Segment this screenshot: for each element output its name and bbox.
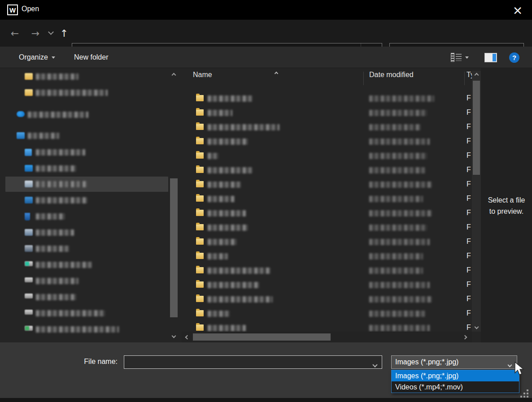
drive-gray-icon — [25, 294, 33, 298]
dialog-footer: File name: Images (*.png;*.jpg) Images (… — [0, 342, 532, 398]
table-row[interactable]: F — [182, 106, 472, 120]
type-cell: F — [467, 195, 471, 203]
table-row[interactable]: F — [182, 206, 472, 220]
folder-icon — [196, 124, 204, 130]
column-separator[interactable] — [464, 72, 465, 85]
sidebar-item[interactable] — [0, 305, 179, 321]
redacted-file-name — [208, 253, 228, 259]
redacted-date-modified — [369, 196, 423, 202]
column-header-name[interactable]: Name — [193, 71, 212, 79]
video-icon — [25, 245, 33, 252]
drive-green-icon — [25, 326, 33, 331]
file-type-combobox[interactable]: Images (*.png;*.jpg) — [391, 355, 517, 369]
new-folder-button[interactable]: New folder — [74, 47, 108, 68]
preview-pane-button[interactable] — [484, 47, 497, 68]
table-row[interactable]: F — [182, 177, 472, 192]
file-type-chevron-icon — [508, 360, 511, 368]
file-name-dropdown-chevron-icon[interactable] — [373, 360, 377, 368]
table-row[interactable]: F — [182, 220, 472, 235]
sidebar-item[interactable] — [0, 289, 179, 305]
folder-icon — [196, 281, 204, 288]
redacted-sidebar-label — [36, 310, 105, 316]
sidebar-scroll-up-icon[interactable] — [169, 71, 178, 79]
change-view-button[interactable] — [451, 47, 469, 68]
type-cell: F — [467, 324, 471, 332]
sidebar-item[interactable] — [0, 208, 179, 225]
table-row[interactable]: F — [182, 91, 472, 106]
list-scrollbar-thumb[interactable] — [473, 81, 480, 175]
folder-icon — [196, 310, 204, 316]
type-cell: F — [467, 309, 471, 317]
table-row[interactable]: F — [182, 264, 472, 278]
table-row[interactable]: F — [182, 307, 472, 321]
file-name-label: File name: — [49, 358, 118, 366]
list-hscrollbar-thumb[interactable] — [193, 333, 331, 341]
sidebar-scrollbar-thumb[interactable] — [170, 178, 178, 317]
drive-gray-icon — [25, 277, 33, 282]
table-row[interactable]: F — [182, 149, 472, 163]
sidebar-item[interactable] — [0, 176, 179, 192]
sidebar-item[interactable] — [0, 192, 179, 208]
sidebar-item[interactable] — [0, 160, 179, 177]
list-scroll-down-icon[interactable] — [472, 324, 481, 332]
table-row[interactable]: F — [182, 292, 472, 307]
table-row[interactable]: F — [182, 235, 472, 249]
navigation-bar: ← → ↑ This PC Documents ↻ Search Documen… — [0, 20, 532, 47]
table-row[interactable]: F — [182, 192, 472, 206]
sidebar-item[interactable] — [0, 321, 179, 337]
list-scroll-left-icon[interactable] — [183, 333, 192, 341]
close-icon[interactable]: × — [508, 1, 528, 19]
table-row[interactable]: F — [182, 249, 472, 264]
sidebar-item[interactable] — [0, 257, 179, 273]
sidebar-item[interactable] — [0, 85, 179, 101]
details-view-icon — [451, 53, 462, 62]
desktop-icon — [25, 165, 33, 172]
folder-icon — [25, 73, 33, 80]
file-rows: FFFFFFFFFFFFFFFFF — [182, 91, 472, 332]
list-scroll-right-icon[interactable] — [460, 333, 469, 341]
list-scroll-up-icon[interactable] — [472, 71, 481, 79]
redacted-file-name — [208, 110, 232, 116]
sort-ascending-icon — [275, 69, 278, 77]
sidebar-item[interactable] — [0, 241, 179, 257]
column-header-date-modified[interactable]: Date modified — [369, 71, 414, 79]
redacted-date-modified — [369, 225, 427, 231]
sidebar-item[interactable] — [0, 144, 179, 160]
table-row[interactable]: F — [182, 163, 472, 177]
sidebar-scroll-down-icon[interactable] — [169, 333, 178, 341]
resize-grip[interactable] — [520, 389, 529, 398]
help-button[interactable]: ? — [509, 47, 519, 68]
view-dropdown-caret-icon[interactable] — [465, 56, 469, 59]
redacted-sidebar-label — [36, 278, 78, 284]
recent-locations-chevron-icon[interactable] — [46, 20, 56, 47]
navigation-pane — [0, 68, 179, 342]
folder-icon — [196, 210, 204, 216]
redacted-sidebar-label — [28, 112, 88, 118]
back-button[interactable]: ← — [8, 20, 22, 47]
file-type-option[interactable]: Videos (*.mp4;*.mov) — [392, 381, 519, 393]
table-row[interactable]: F — [182, 278, 472, 292]
box-icon — [25, 149, 32, 156]
sidebar-item[interactable] — [0, 273, 179, 289]
redacted-file-name — [208, 124, 279, 130]
forward-button[interactable]: → — [29, 20, 42, 47]
redacted-file-name — [208, 239, 237, 245]
table-row[interactable]: F — [182, 120, 472, 134]
file-name-input[interactable] — [124, 355, 382, 369]
type-cell: F — [467, 252, 471, 260]
window-title: Open — [22, 5, 39, 13]
column-header-type[interactable]: Type — [467, 71, 472, 79]
sidebar-item[interactable] — [0, 107, 179, 123]
type-cell: F — [467, 238, 471, 246]
up-button[interactable]: ↑ — [58, 20, 70, 47]
organize-button[interactable]: Organize — [19, 47, 55, 68]
sidebar-item[interactable] — [0, 69, 179, 85]
table-row[interactable]: F — [182, 134, 472, 149]
organize-caret-icon — [52, 56, 55, 59]
redacted-sidebar-label — [36, 197, 87, 203]
table-row[interactable]: F — [182, 321, 472, 332]
file-type-option[interactable]: Images (*.png;*.jpg) — [392, 370, 519, 381]
sidebar-item[interactable] — [0, 225, 179, 241]
sidebar-item[interactable] — [0, 128, 179, 144]
column-separator[interactable] — [363, 72, 364, 85]
